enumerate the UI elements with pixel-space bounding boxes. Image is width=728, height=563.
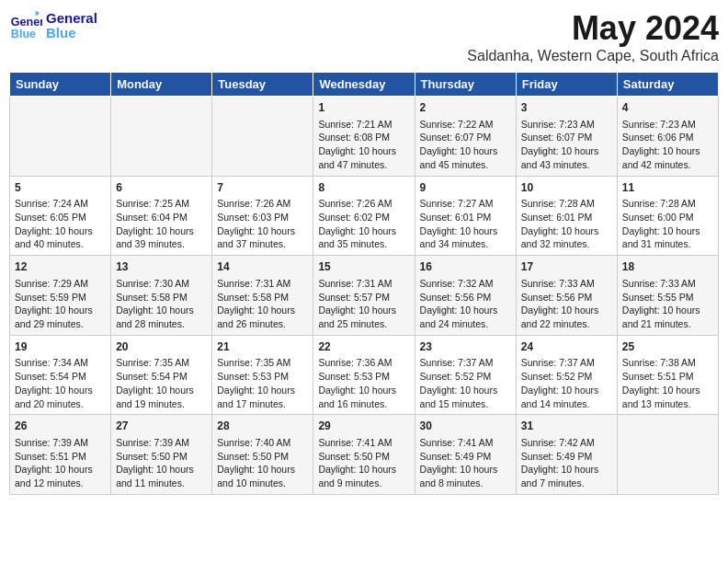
day-info: Sunset: 6:03 PM [217, 211, 308, 224]
day-info: Daylight: 10 hours [622, 224, 713, 238]
day-info: Sunset: 5:51 PM [622, 370, 713, 384]
calendar-cell: 3Sunrise: 7:23 AMSunset: 6:07 PMDaylight… [516, 97, 617, 177]
day-info: Sunset: 6:02 PM [318, 211, 409, 224]
day-info: Sunset: 5:54 PM [15, 370, 106, 384]
day-info: and 35 minutes. [318, 237, 409, 251]
page-header: General Blue General Blue May 2024 Salda… [9, 9, 719, 64]
svg-text:Blue: Blue [11, 28, 36, 40]
day-number: 8 [318, 180, 409, 196]
day-number: 9 [420, 180, 511, 196]
calendar-cell: 6Sunrise: 7:25 AMSunset: 6:04 PMDaylight… [111, 176, 212, 256]
weekday-header-thursday: Thursday [415, 73, 516, 97]
day-number: 10 [521, 180, 612, 196]
day-info: Daylight: 10 hours [521, 144, 612, 158]
day-info: Sunrise: 7:37 AM [521, 356, 612, 370]
day-info: Sunrise: 7:35 AM [217, 356, 308, 370]
day-info: Sunrise: 7:33 AM [521, 277, 612, 291]
day-info: Sunset: 5:58 PM [116, 291, 207, 304]
day-number: 15 [318, 259, 409, 275]
calendar-week-2: 5Sunrise: 7:24 AMSunset: 6:05 PMDaylight… [10, 176, 719, 256]
day-info: Sunset: 5:55 PM [622, 291, 713, 304]
day-info: and 17 minutes. [217, 397, 308, 411]
day-info: Sunset: 5:52 PM [420, 370, 511, 384]
weekday-header-wednesday: Wednesday [313, 73, 415, 97]
logo-icon: General Blue [9, 9, 42, 42]
day-info: Sunrise: 7:26 AM [318, 197, 409, 211]
day-info: Daylight: 10 hours [318, 224, 409, 238]
day-info: Sunset: 5:56 PM [521, 291, 612, 304]
day-info: Sunrise: 7:21 AM [318, 118, 409, 132]
calendar-cell [111, 97, 212, 177]
day-number: 14 [217, 259, 308, 275]
day-info: and 10 minutes. [217, 477, 308, 490]
day-info: and 31 minutes. [622, 237, 713, 251]
calendar-cell: 20Sunrise: 7:35 AMSunset: 5:54 PMDayligh… [111, 335, 212, 415]
day-info: Sunrise: 7:38 AM [622, 356, 713, 370]
day-info: Sunset: 6:01 PM [420, 211, 511, 224]
calendar-cell: 18Sunrise: 7:33 AMSunset: 5:55 PMDayligh… [617, 256, 718, 336]
day-info: and 24 minutes. [420, 317, 511, 331]
calendar-cell: 19Sunrise: 7:34 AMSunset: 5:54 PMDayligh… [10, 335, 111, 415]
day-info: Daylight: 10 hours [420, 304, 511, 317]
day-info: Sunrise: 7:32 AM [420, 277, 511, 291]
logo: General Blue General Blue [9, 9, 97, 42]
calendar-cell: 14Sunrise: 7:31 AMSunset: 5:58 PMDayligh… [212, 256, 313, 336]
weekday-header-saturday: Saturday [617, 73, 718, 97]
day-info: and 21 minutes. [622, 317, 713, 331]
day-info: Sunrise: 7:41 AM [318, 436, 409, 450]
day-info: and 14 minutes. [521, 397, 612, 411]
day-number: 4 [622, 100, 713, 116]
day-info: and 40 minutes. [15, 237, 106, 251]
calendar-cell [10, 97, 111, 177]
calendar-cell: 2Sunrise: 7:22 AMSunset: 6:07 PMDaylight… [415, 97, 516, 177]
day-info: Sunrise: 7:34 AM [15, 356, 106, 370]
calendar-cell: 24Sunrise: 7:37 AMSunset: 5:52 PMDayligh… [516, 335, 617, 415]
calendar-cell: 30Sunrise: 7:41 AMSunset: 5:49 PMDayligh… [415, 415, 516, 495]
day-number: 31 [521, 419, 612, 434]
day-info: Sunset: 5:53 PM [217, 370, 308, 384]
day-info: Daylight: 10 hours [217, 224, 308, 238]
calendar-cell: 5Sunrise: 7:24 AMSunset: 6:05 PMDaylight… [10, 176, 111, 256]
day-info: Daylight: 10 hours [318, 144, 409, 158]
day-info: and 12 minutes. [15, 477, 106, 490]
day-info: Daylight: 10 hours [420, 463, 511, 477]
calendar-cell: 11Sunrise: 7:28 AMSunset: 6:00 PMDayligh… [617, 176, 718, 256]
day-info: Sunrise: 7:41 AM [420, 436, 511, 450]
day-info: Daylight: 10 hours [15, 224, 106, 238]
day-info: Sunset: 5:56 PM [420, 291, 511, 304]
day-info: Daylight: 10 hours [318, 463, 409, 477]
day-info: Sunset: 5:49 PM [420, 450, 511, 464]
day-number: 18 [622, 259, 713, 275]
day-info: and 39 minutes. [116, 237, 207, 251]
calendar-cell: 28Sunrise: 7:40 AMSunset: 5:50 PMDayligh… [212, 415, 313, 495]
day-info: and 26 minutes. [217, 317, 308, 331]
day-number: 5 [15, 180, 106, 196]
day-number: 30 [420, 419, 511, 434]
calendar-cell: 22Sunrise: 7:36 AMSunset: 5:53 PMDayligh… [313, 335, 415, 415]
day-number: 20 [116, 339, 207, 355]
day-info: and 19 minutes. [116, 397, 207, 411]
logo-general: General [46, 11, 97, 27]
day-info: and 28 minutes. [116, 317, 207, 331]
calendar-cell: 26Sunrise: 7:39 AMSunset: 5:51 PMDayligh… [10, 415, 111, 495]
day-info: and 45 minutes. [420, 158, 511, 172]
day-info: and 13 minutes. [622, 397, 713, 411]
day-info: and 16 minutes. [318, 397, 409, 411]
day-info: Daylight: 10 hours [217, 463, 308, 477]
day-number: 23 [420, 339, 511, 355]
day-info: Sunrise: 7:39 AM [116, 436, 207, 450]
day-number: 27 [116, 419, 207, 434]
day-info: and 34 minutes. [420, 237, 511, 251]
calendar-cell: 21Sunrise: 7:35 AMSunset: 5:53 PMDayligh… [212, 335, 313, 415]
calendar-week-3: 12Sunrise: 7:29 AMSunset: 5:59 PMDayligh… [10, 256, 719, 336]
day-info: Daylight: 10 hours [521, 304, 612, 317]
day-info: Sunset: 6:05 PM [15, 211, 106, 224]
day-info: Sunset: 6:04 PM [116, 211, 207, 224]
day-info: and 43 minutes. [521, 158, 612, 172]
day-number: 26 [15, 419, 106, 434]
day-info: and 8 minutes. [420, 477, 511, 490]
day-number: 25 [622, 339, 713, 355]
day-info: and 25 minutes. [318, 317, 409, 331]
day-info: Sunset: 5:53 PM [318, 370, 409, 384]
day-number: 16 [420, 259, 511, 275]
